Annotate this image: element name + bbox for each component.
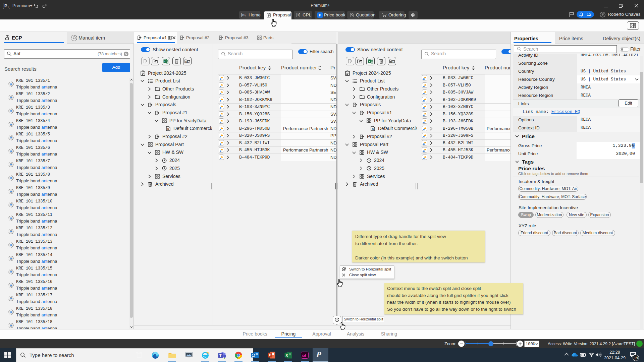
- svg-text:X: X: [369, 60, 370, 63]
- svg-text:X: X: [285, 353, 288, 357]
- svg-text:Xd: Xd: [302, 354, 306, 357]
- svg-text:P: P: [269, 353, 271, 357]
- svg-text:T: T: [219, 354, 222, 358]
- svg-text:$: $: [372, 127, 374, 130]
- svg-text:ab..: ab..: [390, 61, 394, 63]
